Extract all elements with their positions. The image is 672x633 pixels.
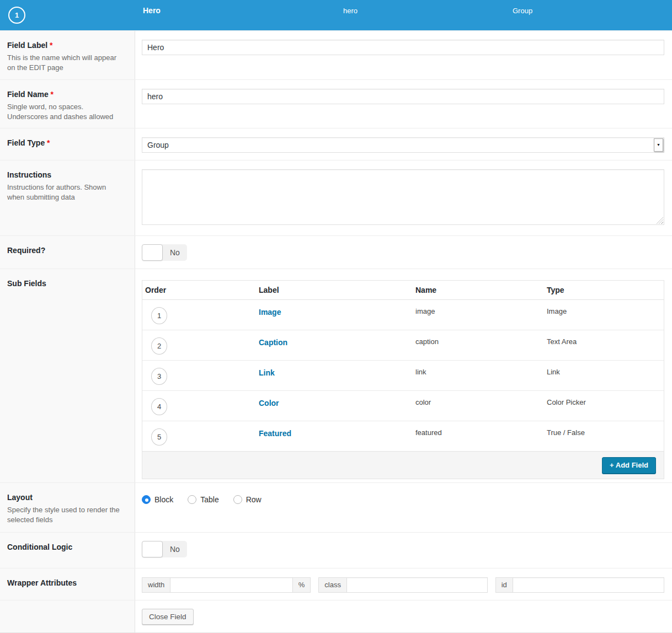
layout-radio-group: Block Table Row [142, 495, 664, 504]
wrapper-id-group: id [495, 577, 664, 593]
field-order-badge[interactable]: 1 [8, 7, 25, 24]
required-toggle[interactable]: No [142, 244, 187, 261]
order-drag-handle[interactable]: 2 [151, 337, 167, 355]
instructions-textarea[interactable] [142, 169, 664, 225]
conditional-logic-toggle[interactable]: No [142, 541, 187, 557]
field-handle-header[interactable]: 1 Hero hero Group [0, 0, 672, 30]
sub-fields-header-row: Order Label Name Type [142, 281, 664, 299]
field-type-heading-text: Field Type [7, 138, 45, 147]
sub-field-name: image [413, 299, 544, 330]
sub-field-edit-link[interactable]: Link [259, 368, 275, 377]
wrapper-attributes-heading: Wrapper Attributes [7, 578, 124, 587]
field-type-select[interactable]: Group ▼ [142, 137, 664, 153]
row-conditional-logic: Conditional Logic No [0, 532, 672, 568]
wrapper-width-group: width % [142, 577, 311, 593]
row-sub-fields: Sub Fields Order Label Name Type [0, 269, 672, 482]
required-asterisk: * [47, 138, 50, 147]
row-layout: Layout Specify the style used to render … [0, 482, 672, 532]
wrapper-width-input[interactable] [170, 577, 292, 593]
sub-field-name: link [413, 360, 544, 390]
field-name-input[interactable] [142, 89, 664, 104]
sub-field-row: 5 Featured featured True / False [142, 421, 664, 451]
sub-field-type: True / False [544, 421, 664, 451]
conditional-logic-heading: Conditional Logic [7, 543, 124, 551]
required-side: Required? [0, 236, 135, 269]
toggle-state-label: No [163, 244, 187, 261]
sub-fields-table-wrap: Order Label Name Type 1 Image image Imag… [142, 280, 664, 479]
sub-fields-main: Order Label Name Type 1 Image image Imag… [135, 269, 672, 482]
required-asterisk: * [51, 90, 54, 99]
field-type-side: Field Type * [0, 128, 135, 160]
row-wrapper-attributes: Wrapper Attributes width % class id [0, 568, 672, 600]
field-label-input[interactable] [142, 40, 664, 55]
field-name-description: Single word, no spaces. Underscores and … [7, 102, 124, 122]
column-header-name: Name [413, 281, 544, 299]
field-type-heading: Field Type * [7, 138, 124, 147]
field-label-side: Field Label * This is the name which wil… [0, 31, 135, 79]
layout-option-table[interactable]: Table [188, 495, 218, 504]
radio-label: Table [200, 495, 218, 504]
conditional-logic-side: Conditional Logic [0, 533, 135, 568]
field-editor-panel: 1 Hero hero Group Field Label * This is … [0, 0, 672, 633]
row-close-field: Close Field [0, 600, 672, 632]
required-asterisk: * [50, 41, 52, 50]
sub-field-name: caption [413, 330, 544, 360]
sub-fields-heading: Sub Fields [7, 279, 124, 288]
header-field-name: hero [343, 7, 358, 15]
radio-label: Row [246, 495, 262, 504]
column-header-type: Type [544, 281, 664, 299]
field-type-selected-value: Group [147, 141, 169, 149]
layout-option-block[interactable]: Block [142, 495, 173, 504]
radio-label: Block [154, 495, 173, 504]
instructions-side: Instructions Instructions for authors. S… [0, 160, 135, 235]
sub-field-type: Color Picker [544, 390, 664, 421]
order-drag-handle[interactable]: 1 [151, 307, 167, 324]
resize-handle-icon[interactable] [656, 217, 663, 224]
radio-unchecked-icon[interactable] [233, 495, 242, 504]
add-field-button[interactable]: + Add Field [602, 457, 656, 474]
instructions-main [135, 160, 672, 235]
sub-field-edit-link[interactable]: Color [259, 399, 279, 407]
field-name-side: Field Name * Single word, no spaces. Und… [0, 80, 135, 128]
layout-heading: Layout [7, 493, 124, 502]
row-required: Required? No [0, 235, 672, 269]
sub-field-row: 3 Link link Link [142, 360, 664, 390]
layout-description: Specify the style used to render the sel… [7, 505, 124, 525]
toggle-knob[interactable] [142, 244, 163, 261]
toggle-state-label: No [163, 541, 187, 557]
chevron-down-icon[interactable]: ▼ [654, 138, 663, 152]
close-field-button[interactable]: Close Field [142, 609, 194, 625]
sub-field-type: Image [544, 299, 664, 330]
field-name-main [135, 80, 672, 128]
sub-field-edit-link[interactable]: Caption [259, 338, 287, 347]
sub-field-name: featured [413, 421, 544, 451]
sub-field-row: 2 Caption caption Text Area [142, 330, 664, 360]
column-header-label: Label [256, 281, 413, 299]
row-instructions: Instructions Instructions for authors. S… [0, 160, 672, 235]
close-field-side [0, 600, 135, 632]
sub-field-type: Text Area [544, 330, 664, 360]
wrapper-attributes-side: Wrapper Attributes [0, 568, 135, 600]
sub-field-edit-link[interactable]: Featured [259, 429, 291, 438]
sub-fields-table: Order Label Name Type 1 Image image Imag… [142, 281, 664, 451]
toggle-knob[interactable] [142, 541, 163, 557]
instructions-description: Instructions for authors. Shown when sub… [7, 183, 124, 202]
order-drag-handle[interactable]: 5 [151, 428, 167, 446]
sub-field-edit-link[interactable]: Image [259, 308, 281, 316]
wrapper-class-group: class [318, 577, 487, 593]
order-drag-handle[interactable]: 4 [151, 398, 167, 415]
sub-field-name: color [413, 390, 544, 421]
field-name-heading-text: Field Name [7, 90, 49, 99]
order-drag-handle[interactable]: 3 [151, 368, 167, 385]
sub-field-row: 1 Image image Image [142, 299, 664, 330]
layout-option-row[interactable]: Row [233, 495, 262, 504]
width-append-label: % [292, 577, 311, 593]
field-order-number: 1 [15, 11, 19, 19]
sub-field-type: Link [544, 360, 664, 390]
wrapper-id-input[interactable] [513, 577, 664, 593]
field-type-main: Group ▼ [135, 128, 672, 160]
field-label-main [135, 31, 672, 79]
radio-unchecked-icon[interactable] [188, 495, 196, 504]
wrapper-class-input[interactable] [346, 577, 488, 593]
radio-checked-icon[interactable] [142, 495, 151, 504]
